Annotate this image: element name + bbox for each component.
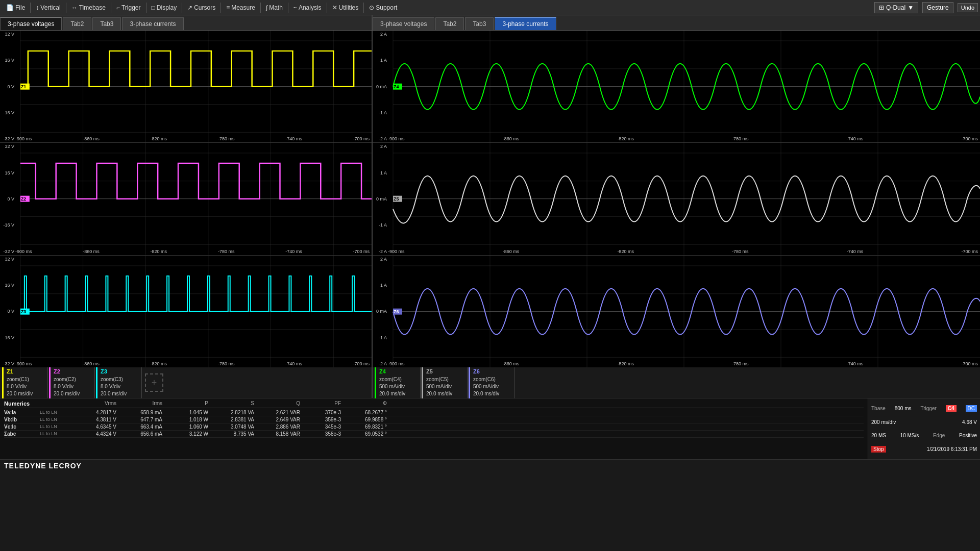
row1-ch: Vb:Ib — [4, 417, 40, 422]
analysis-icon: ~ — [293, 4, 297, 11]
col-s: S — [208, 400, 254, 407]
row3-s: 8.735 VA — [208, 431, 254, 437]
menu-analysis-label: Analysis — [299, 4, 322, 11]
add-channel-button[interactable]: + — [145, 373, 163, 392]
tbase-row-4: Stop 1/21/2019 6:13:31 PM — [871, 446, 977, 453]
z5-adiv: 500 mA/div — [426, 383, 464, 390]
row1-q: 2.649 VAR — [254, 417, 300, 422]
menu-vertical[interactable]: ↕ Vertical — [32, 2, 64, 13]
y-axis-z6: 2 A 1 A 0 mA -1 A -2 A — [374, 256, 388, 367]
z4-tdiv: 20.0 ms/div — [379, 390, 417, 397]
right-tab-1[interactable]: Tab2 — [435, 17, 464, 30]
menu-math[interactable]: ∫ Math — [262, 2, 287, 13]
menu-timebase[interactable]: ↔ Timebase — [67, 2, 110, 13]
numerics-table: Numerics Vrms Irms P S Q PF Φ Va:Ia LL t… — [0, 398, 868, 459]
z1-vdiv: 8.0 V/div — [7, 383, 44, 390]
menu-sep-10 — [363, 3, 364, 13]
z4-func-label: zoom(C4) — [379, 376, 417, 383]
left-tab-0[interactable]: 3-phase voltages — [0, 17, 62, 30]
menu-measure[interactable]: ≡ Measure — [222, 2, 259, 13]
tbase-row-3: 20 MS 10 MS/s Edge Positive — [871, 433, 977, 438]
svg-text:Z5: Z5 — [394, 196, 399, 202]
row2-irms: 663.4 mA — [116, 424, 162, 430]
right-tab-2[interactable]: Tab3 — [465, 17, 494, 30]
row2-phi: 69.8321 ° — [341, 424, 387, 430]
qdual-button[interactable]: ⊞ Q-Dual ▼ — [874, 2, 918, 13]
z2-func-label: zoom(C2) — [54, 376, 91, 383]
undo-label: Undo — [961, 5, 974, 11]
trigger-key: Trigger — [921, 406, 937, 411]
x-axis-z3: -900 ms -860 ms -820 ms -780 ms -740 ms … — [15, 361, 370, 366]
row2-q: 2.886 VAR — [254, 424, 300, 430]
menu-support[interactable]: ⊙ Support — [365, 2, 401, 13]
row3-vrms: 4.4324 V — [70, 431, 116, 437]
tbase-val: 800 ms — [895, 406, 912, 411]
row0-p: 1.045 W — [162, 410, 208, 415]
x-axis-z4: -900 ms -860 ms -820 ms -780 ms -740 ms … — [388, 136, 978, 141]
left-tab-1[interactable]: Tab2 — [63, 17, 91, 30]
left-tab-3[interactable]: 3-phase currents — [122, 17, 183, 30]
right-tab-0[interactable]: 3-phase voltages — [373, 17, 434, 30]
waveform-z6: Z6 2 A 1 A 0 mA -1 A -2 A -900 ms -860 m… — [373, 256, 980, 367]
x-axis-z6: -900 ms -860 ms -820 ms -780 ms -740 ms … — [388, 361, 978, 366]
menu-sep-8 — [288, 3, 288, 13]
file-icon: 📄 — [6, 4, 14, 11]
row2-ch: Vc:Ic — [4, 424, 40, 430]
teledyne-logo-text: TELEDYNE LECROY — [4, 462, 82, 470]
row1-phi: 69.9858 ° — [341, 417, 387, 422]
right-tab-3[interactable]: 3-phase currents — [495, 17, 556, 30]
menu-math-label: Math — [269, 4, 283, 11]
menu-display-label: Display — [157, 4, 177, 11]
x-axis-z1: -900 ms -860 ms -820 ms -780 ms -740 ms … — [15, 136, 370, 141]
z6-tdiv: 20.0 ms/div — [473, 390, 511, 397]
menu-file-label: File — [15, 4, 25, 11]
y-axis-z3: 32 V 16 V 0 V -16 V -32 V — [1, 256, 15, 367]
row0-s: 2.8218 VA — [208, 410, 254, 415]
row2-conn: LL to LN — [40, 424, 70, 430]
menu-utilities-label: Utilities — [339, 4, 359, 11]
ch-info-z3: Z3 zoom(C3) 8.0 V/div 20.0 ms/div — [96, 367, 142, 398]
row2-pf: 345e-3 — [300, 424, 341, 430]
menu-analysis[interactable]: ~ Analysis — [289, 2, 326, 13]
z3-id-label: Z3 — [101, 368, 138, 375]
menu-utilities[interactable]: ✕ Utilities — [328, 2, 363, 13]
edge-key: Edge — [933, 433, 945, 438]
qdual-area: ⊞ Q-Dual ▼ Gesture Undo — [874, 2, 978, 13]
row0-phi: 68.2677 ° — [341, 410, 387, 415]
menu-timebase-label: Timebase — [79, 4, 106, 11]
menu-file[interactable]: 📄 File — [2, 2, 29, 13]
menu-sep-2 — [66, 3, 66, 13]
undo-button[interactable]: Undo — [958, 3, 978, 12]
menu-sep-6 — [220, 3, 221, 13]
z6-adiv: 500 mA/div — [473, 383, 511, 390]
row0-q: 2.621 VAR — [254, 410, 300, 415]
table-row: Vb:Ib LL to LN 4.3811 V 647.7 mA 1.018 W… — [4, 416, 864, 423]
row3-phi: 69.0532 ° — [341, 431, 387, 437]
main-display: Z1 32 V 16 V 0 V -16 V -32 V -900 ms -86… — [0, 31, 980, 367]
row2-vrms: 4.6345 V — [70, 424, 116, 430]
waveform-z4: Z4 2 A 1 A 0 mA -1 A -2 A -900 ms -860 m… — [373, 31, 980, 143]
z3-func-label: zoom(C3) — [101, 376, 138, 383]
menu-sep-5 — [182, 3, 182, 13]
menu-trigger[interactable]: ⌐ Trigger — [112, 2, 145, 13]
menu-display[interactable]: □ Display — [148, 2, 181, 13]
logo-bar: TELEDYNE LECROY — [0, 459, 980, 472]
row1-irms: 647.7 mA — [116, 417, 162, 422]
table-row: Vc:Ic LL to LN 4.6345 V 663.4 mA 1.060 W… — [4, 423, 864, 431]
gesture-button[interactable]: Gesture — [922, 2, 953, 13]
z2-tdiv: 20.0 ms/div — [54, 390, 91, 397]
left-tab-2[interactable]: Tab3 — [92, 17, 121, 30]
menu-vertical-label: Vertical — [40, 4, 60, 11]
z4-id-label: Z4 — [379, 368, 417, 375]
menu-support-label: Support — [376, 4, 397, 11]
measure-icon: ≡ — [226, 4, 230, 11]
menu-cursors[interactable]: ↗ Cursors — [183, 2, 219, 13]
math-icon: ∫ — [266, 4, 267, 11]
row3-irms: 656.6 mA — [116, 431, 162, 437]
col-phi: Φ — [341, 400, 387, 407]
menu-sep-9 — [327, 3, 327, 13]
tbase-row-2: 200 ms/div 4.68 V — [871, 419, 977, 425]
waveform-z3: Z3 32 V 16 V 0 V -16 V -32 V -900 ms -86… — [0, 256, 372, 367]
trigger-ch-badge: C4 — [946, 405, 957, 412]
y-axis-z5: 2 A 1 A 0 mA -1 A -2 A — [374, 143, 388, 255]
